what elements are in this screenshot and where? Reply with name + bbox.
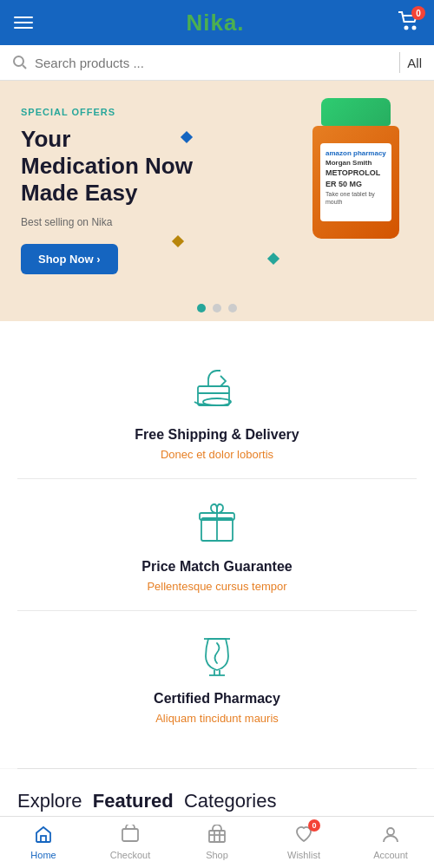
explore-title: Explore Featured Categories bbox=[17, 790, 417, 812]
wishlist-badge: 0 bbox=[308, 819, 320, 832]
checkout-icon bbox=[121, 825, 140, 847]
cart-button[interactable]: 0 bbox=[398, 11, 420, 34]
carousel-dot-1[interactable] bbox=[197, 304, 206, 312]
svg-rect-12 bbox=[41, 836, 46, 842]
pill-bottle-illustration: amazon pharmacy Morgan Smith METOPROLOL … bbox=[304, 98, 408, 246]
decorative-diamond-2 bbox=[172, 235, 184, 247]
feature-price-match-desc: Pellentesque cursus tempor bbox=[147, 580, 286, 593]
search-bar: All bbox=[0, 45, 434, 81]
svg-point-2 bbox=[14, 56, 23, 66]
feature-shipping: Free Shipping & Delivery Donec et dolor … bbox=[135, 347, 299, 478]
hero-banner: SPECIAL OFFERS Your Medication Now Made … bbox=[0, 81, 434, 292]
feature-shipping-title: Free Shipping & Delivery bbox=[135, 427, 299, 443]
svg-point-18 bbox=[387, 828, 394, 835]
search-filter-button[interactable]: All bbox=[407, 56, 422, 70]
search-input-wrapper bbox=[12, 55, 392, 70]
logo-text: Nika bbox=[186, 10, 237, 36]
svg-point-4 bbox=[203, 398, 231, 405]
shipping-icon bbox=[191, 365, 243, 417]
feature-price-match: Price Match Guarantee Pellentesque cursu… bbox=[141, 479, 292, 610]
gift-icon bbox=[191, 496, 243, 549]
nav-item-home[interactable]: Home bbox=[0, 817, 87, 868]
features-section: Free Shipping & Delivery Donec et dolor … bbox=[0, 321, 434, 768]
hero-product-image: amazon pharmacy Morgan Smith METOPROLOL … bbox=[286, 98, 425, 263]
pharmacy-icon bbox=[191, 628, 243, 681]
bottom-navigation: Home Checkout Shop 0 bbox=[0, 816, 434, 868]
nav-label-shop: Shop bbox=[206, 850, 228, 860]
svg-point-0 bbox=[405, 27, 408, 30]
bottle-body: amazon pharmacy Morgan Smith METOPROLOL … bbox=[312, 126, 399, 239]
feature-pharmacy-title: Certified Pharmacy bbox=[154, 691, 280, 707]
user-icon bbox=[381, 825, 400, 847]
menu-button[interactable] bbox=[14, 16, 33, 29]
nav-item-wishlist[interactable]: 0 Wishlist bbox=[260, 817, 347, 868]
feature-pharmacy-desc: Aliquam tincidunt mauris bbox=[155, 712, 279, 725]
search-input[interactable] bbox=[35, 56, 392, 70]
nav-item-checkout[interactable]: Checkout bbox=[87, 817, 174, 868]
feature-shipping-desc: Donec et dolor lobortis bbox=[161, 448, 273, 461]
nav-label-account: Account bbox=[373, 850, 408, 860]
explore-title-normal: Explore bbox=[17, 790, 82, 812]
feature-pharmacy: Certified Pharmacy Aliquam tincidunt mau… bbox=[154, 611, 280, 742]
nav-label-checkout: Checkout bbox=[110, 850, 150, 860]
feature-price-match-title: Price Match Guarantee bbox=[141, 559, 292, 575]
bottle-label: amazon pharmacy Morgan Smith METOPROLOL … bbox=[320, 143, 391, 221]
app-logo: Nika. bbox=[186, 10, 244, 36]
bottle-cap bbox=[321, 98, 391, 126]
nav-item-account[interactable]: Account bbox=[347, 817, 434, 868]
logo-accent: . bbox=[237, 10, 244, 36]
svg-rect-13 bbox=[122, 829, 138, 841]
search-icon bbox=[12, 55, 28, 70]
home-icon bbox=[34, 825, 53, 847]
explore-title-bold: Featured bbox=[93, 790, 174, 812]
carousel-dots bbox=[0, 292, 434, 321]
shop-now-button[interactable]: Shop Now › bbox=[21, 244, 118, 274]
nav-label-wishlist: Wishlist bbox=[287, 850, 320, 860]
carousel-dot-3[interactable] bbox=[228, 304, 237, 312]
cart-badge: 0 bbox=[411, 6, 425, 20]
shop-icon bbox=[207, 825, 227, 847]
nav-label-home: Home bbox=[30, 850, 56, 860]
hero-title: Your Medication Now Made Easy bbox=[21, 126, 194, 207]
explore-title-rest: Categories bbox=[184, 790, 276, 812]
carousel-dot-2[interactable] bbox=[213, 304, 221, 312]
heart-icon: 0 bbox=[294, 825, 313, 847]
svg-point-1 bbox=[413, 27, 416, 30]
search-divider bbox=[399, 52, 400, 73]
nav-item-shop[interactable]: Shop bbox=[174, 817, 260, 868]
decorative-diamond-3 bbox=[267, 253, 279, 265]
app-header: Nika. 0 bbox=[0, 0, 434, 45]
svg-rect-14 bbox=[209, 831, 225, 842]
